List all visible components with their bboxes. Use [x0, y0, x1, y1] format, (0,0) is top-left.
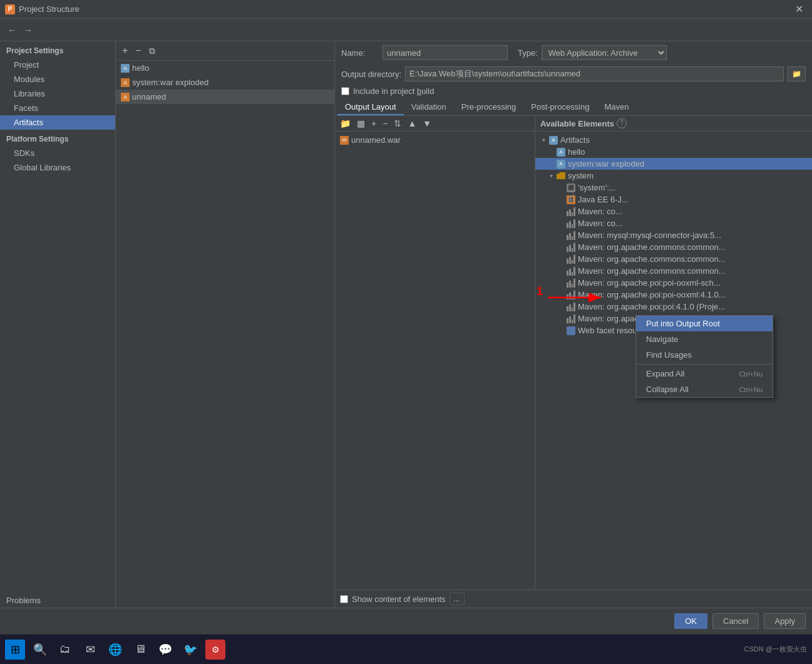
output-layout-panel: 📁 ▦ + − ⇅ ▲ ▼ W unnamed.war: [335, 116, 535, 589]
tree-system-war-exploded[interactable]: A system:war exploded: [535, 158, 812, 170]
close-button[interactable]: ✕: [791, 2, 807, 16]
tree-system-label: system: [568, 171, 594, 180]
main-split: 📁 ▦ + − ⇅ ▲ ▼ W unnamed.war: [335, 116, 812, 589]
taskbar-search[interactable]: 🔍: [30, 640, 50, 660]
taskbar-browser[interactable]: 🌐: [105, 640, 125, 660]
show-content-checkbox[interactable]: [340, 595, 348, 603]
tree-maven-mysql[interactable]: Maven: mysql:mysql-connector-java:5...: [535, 229, 812, 241]
tab-post-processing[interactable]: Post-processing: [523, 100, 597, 115]
tree-maven-commons2-label: Maven: org.apache.commons:common...: [578, 254, 726, 264]
context-menu-collapse-all[interactable]: Collapse All Ctrl+Nu: [636, 381, 773, 397]
taskbar-ide[interactable]: ⚙: [205, 640, 225, 660]
tab-maven[interactable]: Maven: [597, 100, 636, 115]
java-ee-icon: [567, 195, 575, 204]
tree-maven-poi2[interactable]: Maven: org.apache.poi:poi-ooxml:4.1.0...: [535, 289, 812, 301]
tree-maven-co1-label: Maven: co...: [578, 207, 622, 216]
output-toolbar: 📁 ▦ + − ⇅ ▲ ▼: [335, 116, 535, 132]
expand-all-label: Expand All: [646, 369, 684, 378]
taskbar: ⊞ 🔍 🗂 ✉ 🌐 🖥 💬 🐦 ⚙ CSDN @一枚萤火虫: [0, 634, 812, 664]
more-options-button[interactable]: ...: [450, 593, 465, 605]
tree-maven-commons1[interactable]: Maven: org.apache.commons:common...: [535, 241, 812, 253]
tree-maven-poi3-label: Maven: org.apache.poi:poi:4.1.0 (Proje..…: [578, 302, 725, 311]
taskbar-mail[interactable]: ✉: [80, 640, 100, 660]
context-menu-expand-all[interactable]: Expand All Ctrl+Nu: [636, 366, 773, 381]
output-sort-button[interactable]: ⇅: [391, 117, 404, 130]
problems-button[interactable]: Problems: [0, 593, 115, 608]
context-menu-put-into-output-root[interactable]: Put into Output Root: [636, 316, 773, 331]
maven-poi1-icon: [567, 279, 575, 288]
artifact-system-war[interactable]: A system:war exploded: [116, 75, 334, 90]
tree-maven-commons2[interactable]: Maven: org.apache.commons:common...: [535, 253, 812, 265]
csdn-label: CSDN @一枚萤火虫: [744, 645, 807, 654]
output-unnamed-war[interactable]: W unnamed.war: [335, 134, 535, 146]
tree-maven-commons1-label: Maven: org.apache.commons:common...: [578, 242, 726, 252]
name-input[interactable]: [383, 45, 508, 60]
taskbar-monitor[interactable]: 🖥: [130, 640, 150, 660]
artifact-system-war-label: system:war exploded: [132, 78, 208, 87]
include-build-checkbox[interactable]: [341, 87, 349, 95]
ok-button[interactable]: OK: [674, 613, 707, 629]
hello-artifact-icon: A: [557, 148, 565, 157]
taskbar-bird[interactable]: 🐦: [180, 640, 200, 660]
dialog-buttons: OK Cancel Apply: [0, 608, 812, 634]
tree-java-ee[interactable]: Java EE 6-J...: [535, 194, 812, 205]
available-elements-panel: Available Elements ? ▾ A Artifacts: [535, 116, 812, 589]
artifact-hello[interactable]: A hello: [116, 61, 334, 75]
artifact-system-war-icon: A: [121, 78, 130, 87]
artifacts-icon: A: [549, 136, 558, 145]
context-menu-find-usages[interactable]: Find Usages: [636, 347, 773, 363]
project-structure-dialog: ← → Project Settings Project Modules Lib…: [0, 19, 812, 634]
tree-maven-commons3[interactable]: Maven: org.apache.commons:common...: [535, 265, 812, 277]
artifact-hello-icon: A: [121, 64, 130, 73]
sidebar-item-modules[interactable]: Modules: [0, 72, 115, 86]
output-down-button[interactable]: ▼: [420, 117, 434, 130]
output-remove-button[interactable]: −: [380, 117, 390, 130]
sidebar: Project Settings Project Modules Librari…: [0, 41, 116, 608]
add-artifact-button[interactable]: +: [120, 44, 130, 58]
remove-artifact-button[interactable]: −: [133, 44, 143, 58]
system-sub-icon: ⬛: [567, 184, 575, 192]
apply-button[interactable]: Apply: [764, 613, 806, 629]
sidebar-item-project[interactable]: Project: [0, 58, 115, 72]
output-add-folder-button[interactable]: 📁: [337, 117, 353, 130]
type-select[interactable]: Web Application: Archive: [542, 45, 667, 60]
expand-system-icon: ▾: [548, 172, 554, 179]
back-button[interactable]: ←: [5, 24, 19, 36]
output-toggle-button[interactable]: ▦: [354, 117, 367, 130]
tab-pre-processing[interactable]: Pre-processing: [454, 100, 523, 115]
browse-button[interactable]: 📁: [788, 66, 806, 81]
tree-hello[interactable]: A hello: [535, 146, 812, 158]
tree-maven-poi3[interactable]: Maven: org.apache.poi:poi:4.1.0 (Proje..…: [535, 301, 812, 313]
cancel-button[interactable]: Cancel: [712, 613, 759, 629]
sidebar-item-facets[interactable]: Facets: [0, 101, 115, 115]
forward-button[interactable]: →: [21, 24, 35, 36]
start-button[interactable]: ⊞: [5, 640, 25, 660]
taskbar-chat[interactable]: 💬: [155, 640, 175, 660]
collapse-all-label: Collapse All: [646, 385, 689, 394]
context-menu-navigate[interactable]: Navigate: [636, 331, 773, 347]
output-up-button[interactable]: ▲: [405, 117, 419, 130]
sidebar-item-sdks[interactable]: SDKs: [0, 146, 115, 160]
tree-java-ee-label: Java EE 6-J...: [578, 195, 629, 204]
output-dir-label: Output directory:: [341, 70, 401, 79]
tab-validation[interactable]: Validation: [404, 100, 454, 115]
tree-system-folder[interactable]: ▾ system: [535, 170, 812, 182]
tree-maven-poi1[interactable]: Maven: org.apache.poi:poi-ooxml-sch...: [535, 277, 812, 289]
maven-mysql-icon: [567, 231, 575, 240]
tree-system-sub[interactable]: ⬛ 'system':...: [535, 182, 812, 194]
tree-artifacts-root[interactable]: ▾ A Artifacts: [535, 134, 812, 146]
output-dir-input[interactable]: [405, 66, 784, 81]
sidebar-item-global-libraries[interactable]: Global Libraries: [0, 160, 115, 175]
tree-maven-co2[interactable]: Maven: co...: [535, 217, 812, 229]
help-icon[interactable]: ?: [617, 118, 627, 128]
output-add-button[interactable]: +: [369, 117, 379, 130]
window-title: Project Structure: [19, 4, 791, 14]
tree-maven-co1[interactable]: Maven: co...: [535, 205, 812, 217]
tab-output-layout[interactable]: Output Layout: [337, 100, 404, 115]
artifact-unnamed[interactable]: A unnamed: [116, 90, 334, 104]
copy-artifact-button[interactable]: ⧉: [146, 44, 158, 58]
sidebar-item-artifacts[interactable]: Artifacts: [0, 115, 115, 130]
sidebar-item-libraries[interactable]: Libraries: [0, 86, 115, 101]
taskbar-files[interactable]: 🗂: [55, 640, 75, 660]
name-type-row: Name: Type: Web Application: Archive: [335, 41, 812, 64]
